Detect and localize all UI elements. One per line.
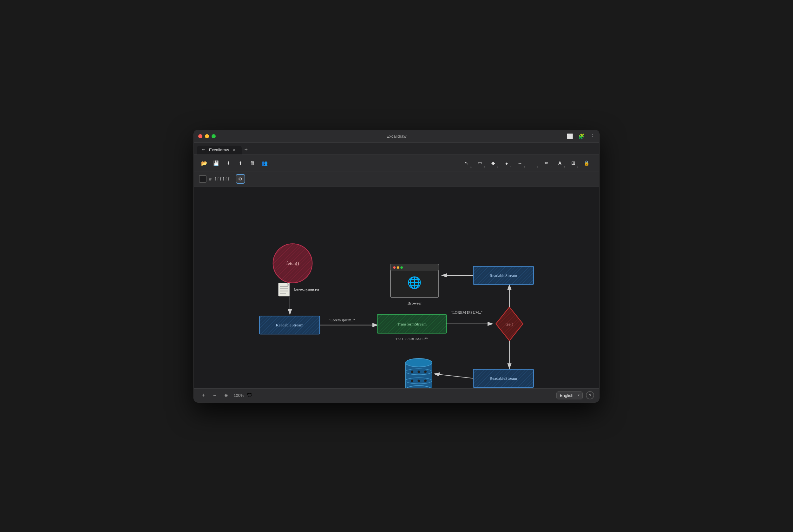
import-button[interactable]: ⬇ — [223, 158, 234, 168]
export-button[interactable]: ⬆ — [235, 158, 246, 168]
save-file-button[interactable]: 💾 — [211, 158, 222, 168]
title-bar: Excalidraw ⬜ 🧩 ⋮ — [194, 130, 599, 143]
window-title: Excalidraw — [387, 134, 407, 139]
ellipse-icon: ● — [505, 160, 508, 166]
language-select[interactable]: English — [556, 392, 583, 399]
new-doc-icon[interactable]: ⬜ — [567, 133, 573, 139]
color-settings-button[interactable]: ⚙ — [236, 174, 245, 184]
svg-point-48 — [418, 379, 420, 382]
rectangle-tool-button[interactable]: ▭2 — [473, 157, 486, 169]
pencil-icon: ✏ — [545, 160, 549, 166]
tab-label: Excalidraw — [209, 148, 229, 152]
arrow-tool-button[interactable]: →5 — [514, 157, 526, 169]
tab-close-button[interactable]: ✕ — [232, 148, 237, 153]
puzzle-icon[interactable]: 🧩 — [578, 133, 585, 139]
image-tool-button[interactable]: ⊞9 — [567, 157, 580, 169]
tab-favicon: ✏ — [202, 148, 207, 152]
readable2-label: ReadableStream — [490, 273, 518, 278]
zoom-out-button[interactable]: − — [210, 391, 219, 400]
uppercaser-label: The UPPERCASER™ — [395, 337, 428, 341]
minimize-button[interactable] — [205, 134, 209, 138]
hash-label: # — [209, 176, 212, 182]
lorem-upper-label: "LOREM IPSUM.." — [451, 310, 482, 315]
svg-point-47 — [411, 379, 414, 382]
svg-point-44 — [411, 370, 414, 373]
lorem-label: lorem-ipsum.txt — [294, 288, 320, 292]
svg-point-49 — [424, 379, 427, 382]
lock-icon: 🔒 — [584, 160, 590, 166]
new-tab-button[interactable]: + — [242, 146, 251, 154]
readable3-label: ReadableStream — [490, 376, 518, 381]
globe-icon: 🌐 — [407, 276, 422, 289]
tab-bar: ✏ Excalidraw ✕ + — [194, 143, 599, 155]
traffic-lights — [198, 134, 216, 138]
toolbar: 📂 💾 ⬇ ⬆ 🗑 👥 ↖1 ▭2 ◆3 ●4 →5 —6 — [194, 155, 599, 172]
rectangle-icon: ▭ — [478, 160, 482, 166]
svg-point-45 — [418, 370, 420, 373]
color-bar: # ⚙ — [194, 172, 599, 187]
svg-point-46 — [424, 370, 427, 373]
color-swatch[interactable] — [199, 175, 207, 183]
transform-label: TransformStream — [397, 321, 427, 326]
ellipse-tool-button[interactable]: ●4 — [500, 157, 513, 169]
maximize-button[interactable] — [212, 134, 216, 138]
close-button[interactable] — [198, 134, 202, 138]
lorem-arrow-label: "Lorem ipsum.." — [329, 318, 355, 322]
mac-window: Excalidraw ⬜ 🧩 ⋮ ✏ Excalidraw ✕ + 📂 💾 ⬇ … — [193, 130, 600, 403]
toolbar-left: 📂 💾 ⬇ ⬆ 🗑 👥 — [199, 158, 459, 168]
zoom-level-label: 100% — [233, 393, 245, 398]
svg-point-33 — [397, 266, 399, 269]
zoom-fit-icon: ⊕ — [224, 393, 228, 398]
text-tool-button[interactable]: A8 — [554, 157, 566, 169]
select-tool-button[interactable]: ↖1 — [460, 157, 473, 169]
readable1-label: ReadableStream — [276, 323, 304, 327]
line-icon: — — [531, 160, 536, 166]
language-selector-wrapper: English — [556, 392, 583, 399]
zoom-in-button[interactable]: + — [199, 391, 208, 400]
tab-excalidraw[interactable]: ✏ Excalidraw ✕ — [197, 146, 242, 154]
lock-tool-button[interactable]: 🔒 — [580, 157, 593, 169]
text-icon: A — [558, 160, 561, 166]
fetch-label: fetch() — [286, 260, 299, 266]
arrow-icon: → — [518, 160, 522, 166]
image-icon: ⊞ — [571, 160, 575, 166]
title-bar-icons: ⬜ 🧩 ⋮ — [567, 133, 595, 139]
svg-point-32 — [393, 266, 396, 269]
pencil-tool-button[interactable]: ✏7 — [540, 157, 553, 169]
help-icon: ? — [589, 393, 591, 398]
diamond-tool-button[interactable]: ◆3 — [487, 157, 500, 169]
select-icon: ↖ — [465, 160, 469, 166]
bottom-right: English ? — [556, 391, 594, 399]
bottom-bar: + − ⊕ 100% 🛡 English ? — [194, 388, 599, 402]
diagram-canvas: fetch() lorem-ipsum.txt Readab — [194, 187, 599, 388]
help-button[interactable]: ? — [586, 391, 594, 399]
delete-button[interactable]: 🗑 — [247, 158, 258, 168]
zoom-fit-button[interactable]: ⊕ — [222, 391, 231, 400]
more-options-icon[interactable]: ⋮ — [590, 133, 595, 139]
tee-label: tee() — [506, 321, 513, 326]
diamond-icon: ◆ — [491, 160, 495, 166]
svg-point-40 — [405, 359, 432, 367]
open-file-button[interactable]: 📂 — [199, 158, 210, 168]
toolbar-center: ↖1 ▭2 ◆3 ●4 →5 —6 ✏7 A8 — [460, 157, 593, 169]
color-input[interactable] — [214, 176, 233, 182]
browser-label: Browser — [407, 301, 422, 305]
canvas-area[interactable]: fetch() lorem-ipsum.txt Readab — [194, 187, 599, 388]
collaborate-button[interactable]: 👥 — [259, 158, 270, 168]
gear-icon: ⚙ — [238, 176, 242, 182]
svg-point-34 — [400, 266, 403, 269]
line-tool-button[interactable]: —6 — [527, 157, 540, 169]
shield-icon: 🛡 — [247, 392, 253, 399]
